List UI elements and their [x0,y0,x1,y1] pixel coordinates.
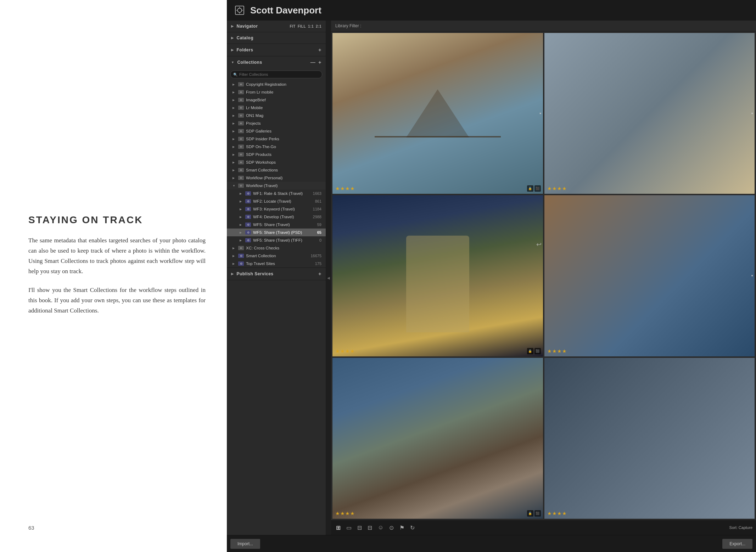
wf3-label: WF3: Keyword (Travel) [253,207,311,211]
1to1-btn[interactable]: 1:1 [308,24,314,28]
import-button[interactable]: Import... [230,539,260,549]
wf1-arrow: ▶ [240,192,243,195]
collections-arrow: ▼ [231,61,234,64]
photo-cell-3[interactable]: ★★★★ 🔒 ⬛ ↩ [332,195,543,356]
publish-services-plus[interactable]: + [318,271,321,277]
smart-collection-icon: ⚙ [238,254,244,258]
wf3-count: 1184 [313,207,321,211]
from-lr-mobile-label: From Lr mobile [246,90,321,94]
collections-header[interactable]: ▼ Collections — + [227,56,326,68]
lr-main: ▶ Navigator FIT FILL 1:1 2:1 ▶ Catalog [227,21,756,535]
photo-cell-4[interactable]: ★★★★ ▪ [544,195,755,356]
projects-label: Projects [246,121,321,125]
collection-item-sdp-products[interactable]: ▶ ≡ SDP Products [227,151,326,158]
fit-btn[interactable]: FIT [290,24,296,28]
collection-item-xc-cross-checks[interactable]: ▶ ≡ XC: Cross Checks [227,244,326,252]
lr-right-area: Library Filter : ★★★★ 🔒 ⬛ ▪ ★★★★ [331,21,756,535]
sdp-insider-perks-icon: ≡ [238,137,244,141]
map-view-btn[interactable]: ⊙ [388,523,395,533]
collections-minus[interactable]: — [310,60,316,65]
collection-item-workflow-travel[interactable]: ▼ ≡ Workflow (Travel) [227,182,326,190]
grid-view-btn[interactable]: ⊞ [335,523,342,533]
copyright-arrow: ▶ [233,83,236,86]
fill-btn[interactable]: FILL [298,24,306,28]
compare-view-btn[interactable]: ⊟ [356,523,363,533]
collection-item-smart-collection[interactable]: ▶ ⚙ Smart Collection 16675 [227,252,326,260]
folders-arrow: ▶ [231,48,234,52]
zoom-btn[interactable]: 2:1 [316,24,321,28]
pier-detail [332,33,543,194]
collections-filter-input[interactable] [230,71,322,78]
sdp-galleries-label: SDP Galleries [246,129,321,133]
wf5-tiff-count: 0 [319,238,321,242]
survey-view-btn[interactable]: ⊟ [366,523,374,533]
sdp-insider-perks-arrow: ▶ [233,137,236,141]
collection-item-sdp-insider-perks[interactable]: ▶ ≡ SDP Insider Perks [227,135,326,143]
tower-detail [332,195,543,356]
wf4-icon: ⚙ [245,215,251,219]
collection-item-workflow-personal[interactable]: ▶ ≡ Workflow (Personal) [227,174,326,182]
publish-services-arrow: ▶ [231,272,234,276]
navigator-header[interactable]: ▶ Navigator FIT FILL 1:1 2:1 [227,21,326,32]
collection-item-wf5-share-psd[interactable]: ▶ ⚙ WF5: Share (Travel) (PSD) 65 [227,229,326,236]
photo-5-badge: 🔒 ⬛ [527,510,541,517]
publish-services-label: Publish Services [237,271,319,276]
collection-item-imagebrief[interactable]: ▶ ≡ ImageBrief [227,96,326,104]
catalog-arrow: ▶ [231,36,234,40]
collection-item-wf1[interactable]: ▶ ⚙ WF1: Rate & Stack (Travel) 1663 [227,190,326,197]
people-view-btn[interactable]: ☺ [376,523,385,532]
collection-item-copyright[interactable]: ▶ ≡ Copyright Registration [227,80,326,88]
sdp-on-the-go-arrow: ▶ [233,145,236,148]
left-panel: ▶ Navigator FIT FILL 1:1 2:1 ▶ Catalog [227,21,326,535]
paragraph-2: I'll show you the Smart Collections for … [28,285,206,316]
photo-2-selection: ▪ [751,110,753,117]
wf4-label: WF4: Develop (Travel) [253,215,311,219]
collection-item-sdp-on-the-go[interactable]: ▶ ≡ SDP On-The-Go [227,143,326,151]
publish-services-section: ▶ Publish Services + [227,268,326,280]
collection-item-lr-mobile[interactable]: ▶ ≡ Lr Mobile [227,104,326,112]
rotate-btn[interactable]: ↻ [409,523,416,533]
publish-services-header[interactable]: ▶ Publish Services + [227,268,326,280]
badge-lock2-icon: 🔒 [527,348,533,354]
workflow-travel-icon: ≡ [238,184,244,188]
collections-plus[interactable]: + [318,60,321,65]
collection-item-from-lr-mobile[interactable]: ▶ ≡ From Lr mobile [227,88,326,96]
wf3-icon: ⚙ [245,207,251,211]
wf5-tiff-arrow: ▶ [240,239,243,242]
collection-item-on1-mag[interactable]: ▶ ≡ ON1 Mag [227,112,326,119]
xc-arrow: ▶ [233,247,236,250]
photo-cell-6[interactable]: ★★★★ [544,358,755,519]
photo-3-stars: ★★★★ [335,348,355,354]
photo-cell-5[interactable]: ★★★★ 🔒 ⬛ [332,358,543,519]
lr-bottom-bar: Import... Export... [227,535,756,552]
folders-header[interactable]: ▶ Folders + [227,44,326,56]
folders-add-icon[interactable]: + [318,47,321,53]
smart-collection-count: 16675 [310,254,321,258]
photo-4-selection: ▪ [751,272,753,279]
collection-item-wf5-share-tiff[interactable]: ▶ ⚙ WF5: Share (Travel) (TIFF) 0 [227,236,326,244]
catalog-header[interactable]: ▶ Catalog [227,32,326,44]
photo-1-badge: 🔒 ⬛ [527,185,541,192]
photo-3-badge: 🔒 ⬛ [527,348,541,354]
photo-3-reply: ↩ [536,241,542,311]
photo-cell-1[interactable]: ★★★★ 🔒 ⬛ ▪ [332,33,543,194]
collection-item-sdp-workshops[interactable]: ▶ ≡ SDP Workshops [227,158,326,166]
collection-item-projects[interactable]: ▶ ≡ Projects [227,119,326,127]
panel-collapse-handle[interactable]: ◀ [326,21,331,535]
export-button[interactable]: Export... [722,539,752,549]
collection-item-top-travel-sites[interactable]: ▶ ⚙ Top Travel Sites 175 [227,260,326,267]
wf1-count: 1663 [313,191,321,196]
collection-item-wf5-share[interactable]: ▶ ⚙ WF5: Share (Travel) 59 [227,221,326,229]
paragraph-1: The same metadata that enables targeted … [28,236,206,277]
badge-lock-icon: 🔒 [527,185,533,192]
collection-item-wf3[interactable]: ▶ ⚙ WF3: Keyword (Travel) 1184 [227,205,326,213]
collection-item-sdp-galleries[interactable]: ▶ ≡ SDP Galleries [227,127,326,135]
collection-item-smart-collections[interactable]: ▶ ≡ Smart Collections [227,166,326,174]
flags-btn[interactable]: ⚑ [398,523,406,533]
loupe-view-btn[interactable]: ▭ [345,523,353,533]
collection-item-wf4[interactable]: ▶ ⚙ WF4: Develop (Travel) 2988 [227,213,326,221]
collection-item-wf2[interactable]: ▶ ⚙ WF2: Locate (Travel) 861 [227,197,326,205]
wf2-count: 861 [315,199,321,203]
top-travel-sites-arrow: ▶ [233,262,236,265]
photo-cell-2[interactable]: ★★★★ ▪ [544,33,755,194]
